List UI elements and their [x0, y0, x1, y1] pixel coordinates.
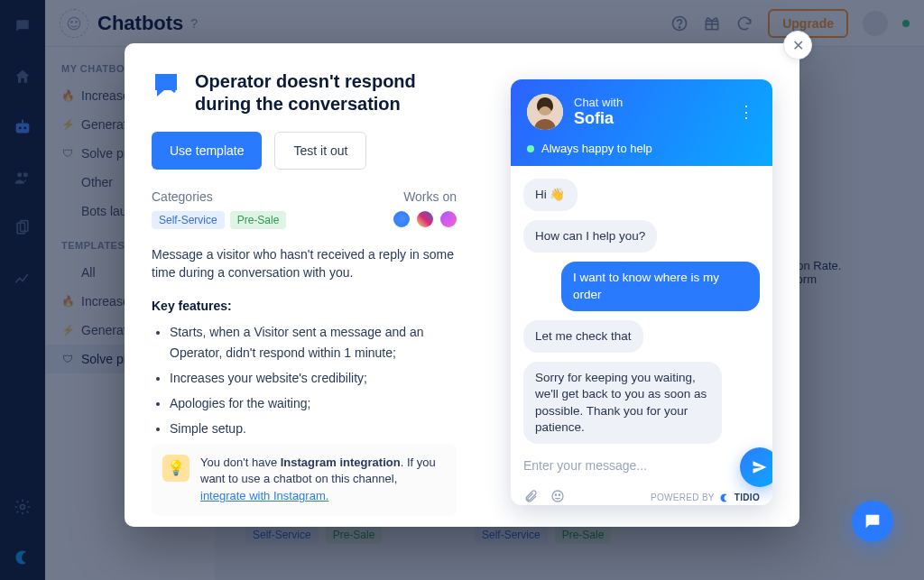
chat-message-in: Hi 👋: [523, 179, 578, 211]
tag-pre-sale: Pre-Sale: [230, 211, 287, 229]
key-feature-item: Simple setup.: [170, 419, 457, 440]
chat-header: Chat with Sofia ⋮ Always happy to help: [511, 79, 772, 166]
use-template-button[interactable]: Use template: [152, 132, 262, 170]
chat-menu-icon[interactable]: ⋮: [738, 102, 756, 122]
works-on-label: Works on: [393, 189, 457, 204]
integrate-instagram-link[interactable]: integrate with Instagram.: [200, 489, 328, 502]
chat-message-in: Sorry for keeping you waiting, we'll get…: [523, 362, 722, 444]
emoji-icon[interactable]: [550, 489, 565, 505]
chat-status: Always happy to help: [527, 142, 652, 155]
svg-point-20: [559, 494, 559, 495]
floating-chat-button[interactable]: [852, 501, 893, 542]
svg-point-19: [555, 494, 556, 495]
categories-label: Categories: [152, 189, 286, 204]
svg-point-18: [552, 491, 563, 502]
chat-messages: Hi 👋How can I help you?I want to know wh…: [511, 166, 772, 449]
template-modal: ✕ Operator doesn't respond during the co…: [125, 43, 799, 527]
template-description: Message a visitor who hasn't received a …: [152, 245, 457, 282]
modal-title: Operator doesn't respond during the conv…: [195, 70, 457, 115]
send-button[interactable]: [740, 447, 772, 487]
channel-instagram-icon: [417, 211, 433, 227]
chat-widget: Chat with Sofia ⋮ Always happy to help H…: [511, 79, 772, 505]
channel-other-icon: [440, 211, 457, 227]
template-icon: [152, 70, 182, 101]
close-icon[interactable]: ✕: [783, 31, 812, 60]
key-features-heading: Key features:: [152, 299, 457, 313]
key-features-list: Starts, when a Visitor sent a message an…: [152, 322, 457, 444]
key-feature-item: Increases your website's credibility;: [170, 368, 457, 390]
lightbulb-icon: 💡: [162, 455, 189, 482]
key-feature-item: Apologies for the waiting;: [170, 393, 457, 415]
chat-operator-name: Sofia: [574, 109, 623, 128]
chat-message-out: I want to know where is my order: [561, 262, 760, 310]
chat-message-in: How can I help you?: [523, 220, 657, 253]
chat-input-area: Enter your message... POWERED BY TIDIO: [511, 449, 772, 505]
chat-with-label: Chat with: [574, 96, 623, 109]
modal-preview: Chat with Sofia ⋮ Always happy to help H…: [484, 43, 799, 527]
attach-icon[interactable]: [523, 489, 538, 505]
chat-avatar: [527, 94, 563, 130]
tag-self-service: Self-Service: [152, 211, 225, 229]
channel-messenger-icon: [393, 211, 410, 227]
test-it-out-button[interactable]: Test it out: [274, 132, 366, 170]
powered-by: POWERED BY TIDIO: [651, 493, 760, 503]
chat-input[interactable]: Enter your message...: [523, 458, 760, 473]
key-feature-item: Starts, when a Visitor sent a message an…: [170, 322, 457, 365]
modal-details: Operator doesn't respond during the conv…: [125, 43, 484, 527]
integration-notice: 💡 You don't have Instagram integration. …: [152, 444, 457, 517]
chat-message-in: Let me check that: [523, 320, 643, 353]
